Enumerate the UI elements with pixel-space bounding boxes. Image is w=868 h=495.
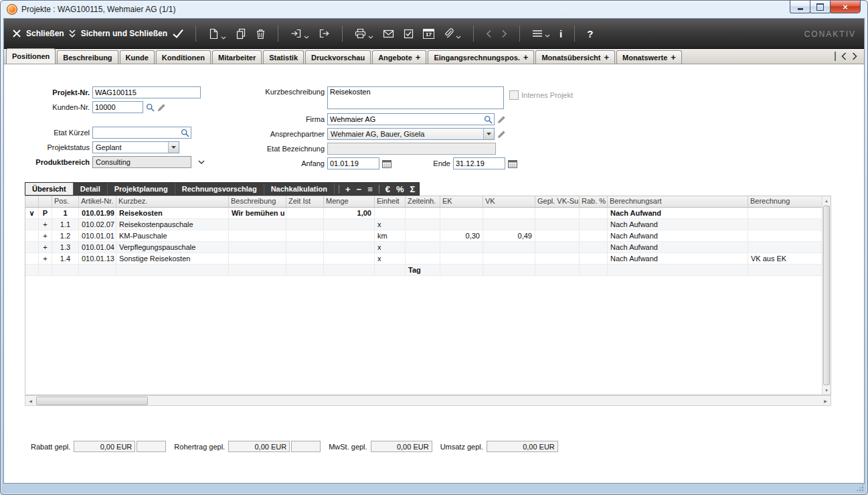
subtab-uebersicht[interactable]: Übersicht	[25, 183, 74, 195]
cell-flag[interactable]: +	[39, 230, 52, 241]
cell-zeit-ist[interactable]	[286, 208, 324, 218]
tab-mitarbeiter[interactable]: Mitarbeiter	[212, 50, 262, 64]
produktbereich-field[interactable]: Consulting	[92, 156, 191, 168]
cell-berechnung[interactable]	[748, 265, 822, 275]
cell-beschreibung[interactable]	[229, 230, 286, 241]
table-row[interactable]: +1.4010.01.13Sonstige ReisekostenxNach A…	[25, 253, 822, 265]
tab-add-icon[interactable]: +	[523, 52, 529, 62]
cell-rab-prozent[interactable]	[580, 230, 608, 241]
ende-input[interactable]	[453, 157, 505, 169]
chevron-down-icon[interactable]	[168, 142, 179, 153]
cell-einheit[interactable]: x	[375, 242, 406, 253]
cell-vk[interactable]	[483, 242, 535, 253]
cell-beschreibung[interactable]	[229, 253, 286, 264]
export-button[interactable]	[319, 28, 330, 39]
cell-zeit-ist[interactable]	[286, 242, 324, 253]
vertical-scroll-thumb[interactable]	[823, 206, 830, 385]
cell-zeit-ist[interactable]	[286, 253, 324, 264]
tab-add-icon[interactable]: +	[416, 52, 421, 62]
cell-vk[interactable]	[483, 219, 535, 230]
task-button[interactable]	[404, 29, 414, 39]
search-icon[interactable]	[146, 103, 155, 112]
cell-rab-prozent[interactable]	[580, 208, 608, 218]
column-header-einheit[interactable]: Einheit	[375, 196, 406, 207]
cell-kurzbez[interactable]: Verpflegungspauschale	[116, 242, 229, 253]
cell-flag[interactable]: +	[39, 253, 52, 264]
cell-rab-prozent[interactable]	[580, 242, 608, 253]
email-button[interactable]	[383, 29, 394, 38]
cell-berechnung[interactable]	[748, 208, 822, 218]
cell-expander[interactable]: ∨	[25, 208, 39, 218]
cell-menge[interactable]	[324, 230, 375, 241]
cell-zeiteinh[interactable]: Tag	[406, 265, 440, 275]
euro-icon[interactable]: €	[385, 185, 390, 194]
scroll-up-icon[interactable]: ▲	[822, 196, 831, 205]
remove-position-icon[interactable]: −	[357, 185, 362, 194]
column-header-kurzbez[interactable]: Kurzbez.	[116, 196, 229, 207]
tab-monatswerte[interactable]: Monatswerte+	[616, 50, 682, 64]
firma-input[interactable]	[328, 115, 484, 124]
column-header-zeit-ist[interactable]: Zeit Ist	[286, 196, 324, 207]
table-row[interactable]: Tag	[25, 265, 822, 276]
chevron-down-icon[interactable]	[456, 36, 461, 39]
cell-flag[interactable]	[39, 265, 52, 275]
cell-menge[interactable]	[324, 242, 375, 253]
pencil-icon[interactable]	[157, 103, 166, 112]
cell-zeit-ist[interactable]	[286, 230, 324, 241]
pencil-icon[interactable]	[497, 115, 506, 124]
cell-gepl-vk-summe[interactable]	[535, 253, 580, 264]
cell-artikel-nr[interactable]: 010.01.04	[79, 242, 116, 253]
cell-beschreibung[interactable]	[229, 265, 286, 275]
cell-zeit-ist[interactable]	[286, 265, 324, 275]
cell-beschreibung[interactable]	[229, 242, 286, 253]
cell-berechnungsart[interactable]	[608, 265, 748, 275]
search-icon[interactable]	[181, 129, 189, 137]
cell-gepl-vk-summe[interactable]	[535, 230, 580, 241]
chevron-down-icon[interactable]	[304, 36, 309, 39]
cell-zeiteinh[interactable]	[406, 208, 440, 218]
cell-rab-prozent[interactable]	[580, 219, 608, 230]
cell-kurzbez[interactable]	[116, 265, 229, 275]
scroll-left-icon[interactable]: ◀	[25, 396, 35, 405]
close-record-button[interactable]: Schließen	[12, 29, 64, 38]
cell-expander[interactable]	[25, 265, 39, 275]
cell-beschreibung[interactable]: Wir bemühen u	[229, 208, 286, 218]
column-header-flag[interactable]	[39, 196, 52, 207]
cell-berechnung[interactable]	[748, 219, 822, 230]
scroll-down-icon[interactable]: ▼	[822, 386, 831, 395]
tab-scroll-right-icon[interactable]	[852, 52, 857, 60]
table-row[interactable]: +1.1010.02.07ReisekostenpauschalexNach A…	[25, 219, 822, 230]
print-button[interactable]	[355, 28, 373, 39]
tab-statistik[interactable]: Statistik	[263, 50, 304, 64]
cell-vk[interactable]: 0,49	[483, 230, 535, 241]
percent-icon[interactable]: %	[396, 185, 404, 194]
chevron-down-icon[interactable]	[368, 36, 373, 39]
cell-berechnung[interactable]: VK aus EK	[748, 253, 822, 264]
cell-kurzbez[interactable]: KM-Pauschale	[116, 230, 229, 241]
minimize-button[interactable]	[790, 1, 810, 13]
cell-kurzbez[interactable]: Sonstige Reisekosten	[116, 253, 229, 264]
cell-gepl-vk-summe[interactable]	[535, 208, 580, 218]
produktbereich-dropdown-icon[interactable]	[198, 160, 205, 164]
cell-beschreibung[interactable]	[229, 219, 286, 230]
cell-gepl-vk-summe[interactable]	[535, 265, 580, 275]
cell-zeiteinh[interactable]	[406, 253, 440, 264]
cell-vk[interactable]	[483, 253, 535, 264]
delete-button[interactable]	[256, 28, 266, 40]
chevron-down-icon[interactable]	[221, 36, 226, 40]
cell-ek[interactable]	[440, 219, 483, 230]
horizontal-scrollbar[interactable]: ◀ ▶	[25, 395, 831, 406]
cell-ek[interactable]	[440, 242, 483, 253]
tab-monatsuebersicht[interactable]: Monatsübersicht+	[535, 50, 615, 64]
tab-beschreibung[interactable]: Beschreibung	[57, 50, 118, 64]
import-button[interactable]	[290, 28, 309, 39]
restore-button[interactable]	[810, 1, 831, 13]
cell-berechnungsart[interactable]: Nach Aufwand	[608, 219, 748, 230]
cell-expander[interactable]	[25, 242, 39, 253]
cell-berechnungsart[interactable]: Nach Aufwand	[608, 253, 748, 264]
subtab-projektplanung[interactable]: Projektplanung	[108, 183, 175, 195]
column-header-gepl-vk-summe[interactable]: Gepl. VK-Sumn	[535, 196, 580, 207]
tab-add-icon[interactable]: +	[671, 52, 676, 62]
title-bar[interactable]: Projekte : WAG100115, Wehmaier AG (1/1)	[7, 3, 176, 16]
cell-artikel-nr[interactable]	[79, 265, 116, 275]
